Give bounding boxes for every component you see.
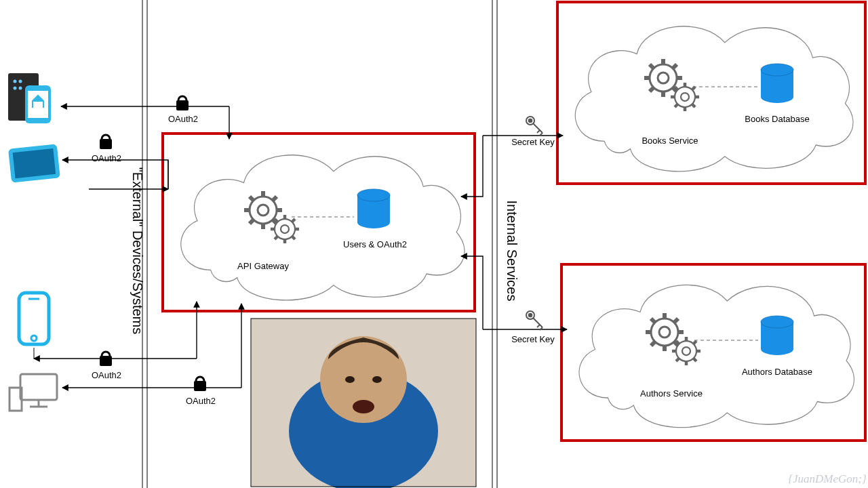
database-icon	[357, 189, 390, 228]
gears-icon	[646, 313, 701, 365]
svg-point-35	[14, 87, 17, 90]
lock-icon	[100, 352, 112, 366]
database-icon	[761, 316, 793, 355]
svg-point-61	[372, 376, 382, 383]
authors-db-label: Authors Database	[742, 367, 812, 377]
key-icon	[526, 117, 542, 136]
database-icon	[761, 64, 793, 103]
gateway-db-label: Users & OAuth2	[343, 239, 407, 249]
secret-key-bottom: Secret Key	[511, 334, 555, 344]
device-tablet	[8, 144, 60, 182]
external-section-label: "External" Devices/Systems	[130, 167, 145, 335]
svg-point-62	[353, 400, 374, 413]
svg-rect-51	[557, 2, 865, 184]
books-db-label: Books Database	[745, 114, 809, 124]
oauth-label-1: OAuth2	[168, 114, 198, 124]
books-service-box: Books Database Books Service	[557, 2, 865, 184]
books-service-label: Books Service	[642, 136, 698, 146]
svg-rect-40	[13, 148, 56, 178]
lock-icon	[194, 377, 206, 391]
oauth-label-4: OAuth2	[186, 396, 216, 406]
lock-icon	[100, 135, 112, 149]
key-icon	[526, 311, 542, 330]
internal-divider: Internal Services	[492, 0, 519, 488]
oauth-label-3: OAuth2	[92, 370, 121, 380]
svg-point-60	[345, 376, 355, 383]
svg-point-33	[14, 80, 17, 83]
device-desktop	[9, 374, 57, 411]
device-smartphone	[19, 293, 49, 344]
external-divider: "External" Devices/Systems	[130, 0, 147, 488]
svg-point-34	[19, 80, 22, 83]
webcam-overlay	[251, 319, 476, 488]
secret-key-top: Secret Key	[511, 137, 555, 147]
svg-point-43	[31, 336, 37, 341]
oauth-label-2: OAuth2	[92, 153, 121, 163]
gears-icon	[644, 59, 699, 111]
gateway-service-label: API Gateway	[237, 261, 289, 271]
authors-service-label: Authors Service	[640, 388, 703, 399]
svg-rect-42	[19, 293, 49, 344]
device-server-phone	[8, 73, 51, 123]
svg-point-36	[19, 87, 22, 90]
watermark: {JuanDMeGon;}	[788, 472, 867, 485]
lock-icon	[176, 96, 189, 110]
gears-icon	[244, 191, 299, 243]
svg-rect-45	[20, 374, 57, 400]
api-gateway-box: Users & OAuth2 API Gateway	[163, 134, 475, 311]
internal-section-label: Internal Services	[505, 201, 519, 302]
authors-service-box: Authors Database Authors Service	[561, 264, 865, 441]
